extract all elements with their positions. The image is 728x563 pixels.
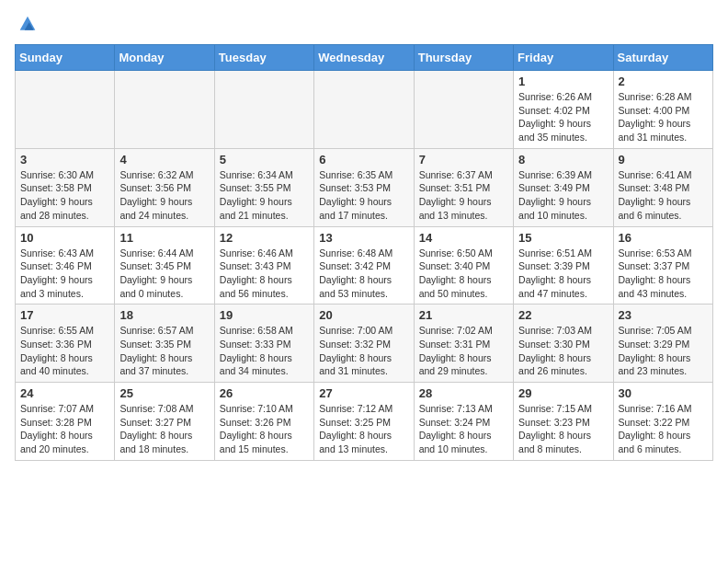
day-info: Sunrise: 7:15 AMSunset: 3:23 PMDaylight:…	[518, 402, 608, 456]
day-number: 23	[619, 308, 708, 322]
day-info: Sunrise: 6:53 AMSunset: 3:37 PMDaylight:…	[619, 247, 708, 301]
day-number: 6	[319, 153, 408, 167]
day-info: Sunrise: 7:13 AMSunset: 3:24 PMDaylight:…	[419, 402, 508, 456]
calendar-cell: 12Sunrise: 6:46 AMSunset: 3:43 PMDayligh…	[214, 226, 313, 304]
header-saturday: Saturday	[613, 45, 712, 71]
calendar-cell: 1Sunrise: 6:26 AMSunset: 4:02 PMDaylight…	[514, 71, 613, 149]
calendar-cell: 26Sunrise: 7:10 AMSunset: 3:26 PMDayligh…	[214, 383, 313, 461]
day-number: 11	[119, 231, 209, 245]
page-header	[15, 15, 713, 33]
calendar-cell: 23Sunrise: 7:05 AMSunset: 3:29 PMDayligh…	[613, 304, 712, 383]
day-info: Sunrise: 7:02 AMSunset: 3:31 PMDaylight:…	[419, 324, 508, 378]
day-info: Sunrise: 6:30 AMSunset: 3:58 PMDaylight:…	[20, 168, 109, 223]
day-info: Sunrise: 6:46 AMSunset: 3:43 PMDaylight:…	[220, 247, 309, 301]
day-info: Sunrise: 6:34 AMSunset: 3:55 PMDaylight:…	[220, 168, 309, 223]
calendar-week-4: 17Sunrise: 6:55 AMSunset: 3:36 PMDayligh…	[16, 304, 713, 383]
calendar-cell: 22Sunrise: 7:03 AMSunset: 3:30 PMDayligh…	[514, 304, 613, 383]
day-info: Sunrise: 6:41 AMSunset: 3:48 PMDaylight:…	[619, 168, 708, 223]
day-info: Sunrise: 6:37 AMSunset: 3:51 PMDaylight:…	[419, 168, 508, 223]
day-info: Sunrise: 6:55 AMSunset: 3:36 PMDaylight:…	[20, 324, 109, 378]
day-info: Sunrise: 6:48 AMSunset: 3:42 PMDaylight:…	[319, 247, 408, 301]
calendar-week-5: 24Sunrise: 7:07 AMSunset: 3:28 PMDayligh…	[16, 383, 713, 461]
day-info: Sunrise: 7:08 AMSunset: 3:27 PMDaylight:…	[119, 402, 209, 456]
calendar-cell: 2Sunrise: 6:28 AMSunset: 4:00 PMDaylight…	[613, 71, 712, 149]
calendar-cell: 17Sunrise: 6:55 AMSunset: 3:36 PMDayligh…	[16, 304, 115, 383]
day-number: 28	[419, 386, 508, 400]
calendar-cell: 4Sunrise: 6:32 AMSunset: 3:56 PMDaylight…	[115, 148, 214, 226]
calendar-cell: 11Sunrise: 6:44 AMSunset: 3:45 PMDayligh…	[115, 226, 214, 304]
day-info: Sunrise: 6:57 AMSunset: 3:35 PMDaylight:…	[119, 324, 209, 378]
calendar-cell: 10Sunrise: 6:43 AMSunset: 3:46 PMDayligh…	[16, 226, 115, 304]
day-info: Sunrise: 6:26 AMSunset: 4:02 PMDaylight:…	[518, 90, 608, 144]
day-info: Sunrise: 7:07 AMSunset: 3:28 PMDaylight:…	[20, 402, 109, 456]
day-number: 19	[220, 308, 309, 322]
calendar-cell: 13Sunrise: 6:48 AMSunset: 3:42 PMDayligh…	[314, 226, 414, 304]
day-info: Sunrise: 6:50 AMSunset: 3:40 PMDaylight:…	[419, 247, 508, 301]
calendar-cell	[16, 71, 115, 149]
calendar-cell: 6Sunrise: 6:35 AMSunset: 3:53 PMDaylight…	[314, 148, 414, 226]
header-monday: Monday	[115, 45, 214, 71]
calendar-cell: 19Sunrise: 6:58 AMSunset: 3:33 PMDayligh…	[214, 304, 313, 383]
day-number: 18	[119, 308, 209, 322]
calendar-week-1: 1Sunrise: 6:26 AMSunset: 4:02 PMDaylight…	[16, 71, 713, 149]
day-number: 24	[20, 386, 109, 400]
calendar-cell: 16Sunrise: 6:53 AMSunset: 3:37 PMDayligh…	[613, 226, 712, 304]
day-number: 17	[20, 308, 109, 322]
day-number: 9	[619, 153, 708, 167]
day-info: Sunrise: 6:35 AMSunset: 3:53 PMDaylight:…	[319, 168, 408, 223]
calendar-cell	[314, 71, 414, 149]
logo-icon	[18, 15, 37, 33]
calendar-cell: 5Sunrise: 6:34 AMSunset: 3:55 PMDaylight…	[214, 148, 313, 226]
calendar-cell	[414, 71, 513, 149]
day-number: 15	[518, 231, 608, 245]
calendar-cell	[214, 71, 313, 149]
calendar-cell: 18Sunrise: 6:57 AMSunset: 3:35 PMDayligh…	[115, 304, 214, 383]
calendar-cell: 27Sunrise: 7:12 AMSunset: 3:25 PMDayligh…	[314, 383, 414, 461]
day-info: Sunrise: 7:00 AMSunset: 3:32 PMDaylight:…	[319, 324, 408, 378]
day-number: 16	[619, 231, 708, 245]
calendar-week-3: 10Sunrise: 6:43 AMSunset: 3:46 PMDayligh…	[16, 226, 713, 304]
calendar-cell: 14Sunrise: 6:50 AMSunset: 3:40 PMDayligh…	[414, 226, 513, 304]
day-info: Sunrise: 6:32 AMSunset: 3:56 PMDaylight:…	[119, 168, 209, 223]
calendar-cell: 30Sunrise: 7:16 AMSunset: 3:22 PMDayligh…	[613, 383, 712, 461]
day-number: 13	[319, 231, 408, 245]
day-number: 8	[518, 153, 608, 167]
calendar-header-row: SundayMondayTuesdayWednesdayThursdayFrid…	[16, 45, 713, 71]
day-number: 2	[619, 75, 708, 88]
day-info: Sunrise: 6:28 AMSunset: 4:00 PMDaylight:…	[619, 90, 708, 144]
day-number: 14	[419, 231, 508, 245]
day-number: 30	[619, 386, 708, 400]
header-friday: Friday	[514, 45, 613, 71]
day-number: 3	[20, 153, 109, 167]
day-number: 22	[518, 308, 608, 322]
calendar-cell: 8Sunrise: 6:39 AMSunset: 3:49 PMDaylight…	[514, 148, 613, 226]
day-number: 12	[220, 231, 309, 245]
header-tuesday: Tuesday	[214, 45, 313, 71]
calendar-cell: 28Sunrise: 7:13 AMSunset: 3:24 PMDayligh…	[414, 383, 513, 461]
day-info: Sunrise: 6:43 AMSunset: 3:46 PMDaylight:…	[20, 247, 109, 301]
day-number: 26	[220, 386, 309, 400]
calendar-cell: 21Sunrise: 7:02 AMSunset: 3:31 PMDayligh…	[414, 304, 513, 383]
calendar-cell: 20Sunrise: 7:00 AMSunset: 3:32 PMDayligh…	[314, 304, 414, 383]
calendar-cell: 15Sunrise: 6:51 AMSunset: 3:39 PMDayligh…	[514, 226, 613, 304]
day-number: 1	[518, 75, 608, 88]
calendar-cell: 7Sunrise: 6:37 AMSunset: 3:51 PMDaylight…	[414, 148, 513, 226]
header-wednesday: Wednesday	[314, 45, 414, 71]
day-info: Sunrise: 7:03 AMSunset: 3:30 PMDaylight:…	[518, 324, 608, 378]
day-info: Sunrise: 7:16 AMSunset: 3:22 PMDaylight:…	[619, 402, 708, 456]
day-number: 21	[419, 308, 508, 322]
day-number: 10	[20, 231, 109, 245]
calendar-table: SundayMondayTuesdayWednesdayThursdayFrid…	[15, 44, 713, 461]
day-number: 5	[220, 153, 309, 167]
calendar-cell: 3Sunrise: 6:30 AMSunset: 3:58 PMDaylight…	[16, 148, 115, 226]
day-info: Sunrise: 7:05 AMSunset: 3:29 PMDaylight:…	[619, 324, 708, 378]
day-number: 20	[319, 308, 408, 322]
calendar-week-2: 3Sunrise: 6:30 AMSunset: 3:58 PMDaylight…	[16, 148, 713, 226]
logo	[15, 15, 39, 33]
header-thursday: Thursday	[414, 45, 513, 71]
header-sunday: Sunday	[16, 45, 115, 71]
day-info: Sunrise: 7:10 AMSunset: 3:26 PMDaylight:…	[220, 402, 309, 456]
day-info: Sunrise: 6:51 AMSunset: 3:39 PMDaylight:…	[518, 247, 608, 301]
day-number: 4	[119, 153, 209, 167]
day-number: 29	[518, 386, 608, 400]
